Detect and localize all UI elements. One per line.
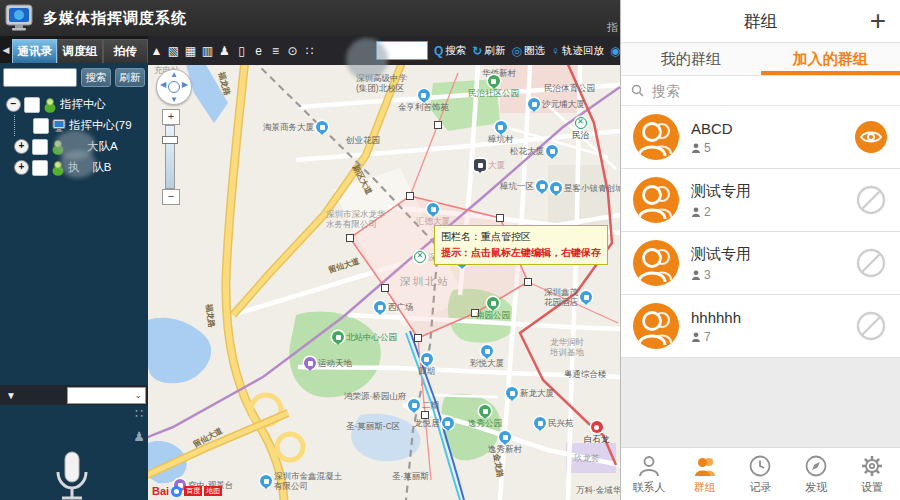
member-count: 5 — [704, 141, 711, 155]
browser-icon[interactable]: e — [250, 44, 267, 58]
location-pin-icon: ♀ — [551, 44, 560, 58]
member-count: 3 — [704, 268, 711, 282]
expand-down-icon[interactable]: ▼ — [6, 390, 16, 401]
map-label: 金亨利首饰苑 — [398, 89, 449, 112]
map-label: 粤通综合楼 — [564, 369, 607, 379]
zoom-in-button[interactable]: + — [162, 109, 180, 125]
collapse-node-icon[interactable]: − — [6, 97, 21, 112]
member-count: 7 — [704, 330, 711, 344]
tab-photo-upload[interactable]: 拍传 — [103, 39, 148, 63]
push-to-talk-mic[interactable] — [46, 450, 98, 500]
zoom-slider[interactable] — [165, 125, 175, 189]
tree-checkbox[interactable] — [32, 139, 48, 155]
zoom-out-button[interactable]: − — [162, 189, 180, 205]
group-list-item[interactable]: ABCD 5 — [621, 106, 900, 169]
sidebar-tabs: ◀ 通讯录 调度组 拍传 — [0, 36, 148, 63]
nav-groups[interactable]: 群组 — [677, 448, 733, 500]
add-group-button[interactable]: + — [870, 2, 886, 40]
map-canvas[interactable]: 充电站深圳高级中学(集团)北校区华侨新村民治体育公园沙元埔大厦金亨利首饰苑淘景商… — [148, 65, 620, 500]
blocked-icon[interactable] — [854, 246, 888, 280]
green-poi-marker-icon — [487, 297, 499, 309]
tree-checkbox[interactable] — [33, 118, 49, 134]
collapse-left-icon[interactable]: ◀ — [0, 36, 12, 63]
circle-select-button[interactable]: ◎ 圈选 — [511, 44, 544, 58]
map-label: 龙悦居 — [414, 417, 454, 429]
search-icon: Q — [434, 44, 443, 58]
grid-panel-icon[interactable]: ∷ — [133, 406, 145, 421]
map-label: 玖龙荟 — [574, 453, 600, 463]
map-label: 万科·金域华府 — [576, 485, 620, 495]
zoom-slider-thumb[interactable] — [162, 136, 178, 144]
group-search-input[interactable] — [650, 82, 890, 100]
blocked-icon[interactable] — [854, 183, 888, 217]
refresh-icon: ↻ — [472, 44, 482, 58]
groups-people-icon — [693, 454, 717, 478]
map-label: 民兴苑 — [534, 417, 574, 429]
map-label: 深圳市金鑫混凝土有限公司 — [260, 471, 342, 491]
sidebar-search-button[interactable]: 搜索 — [81, 68, 111, 87]
map-label: 圣·莫丽斯 — [392, 471, 429, 481]
map-refresh-button[interactable]: ↻ 刷新 — [472, 44, 505, 58]
phone-header: 群组 + — [621, 0, 900, 43]
blue-poi-marker-icon — [534, 417, 546, 429]
grid-icon[interactable]: ∷ — [301, 44, 318, 58]
map-label: 深圳市深水龙华水务有限公司 — [326, 209, 386, 229]
member-count: 2 — [704, 205, 711, 219]
tree-row[interactable]: − 指挥中心 — [0, 94, 148, 115]
tree-connector — [14, 115, 27, 136]
users-icon[interactable]: ♟ — [216, 44, 233, 58]
expand-node-icon[interactable]: + — [14, 160, 29, 175]
map-pan-control[interactable]: ▲▼◀▶ — [156, 69, 192, 105]
sidebar-search-input[interactable] — [3, 68, 77, 87]
nav-settings[interactable]: 设置 — [844, 448, 900, 500]
map-label: 樟坑一区 — [500, 180, 548, 192]
sliders-icon[interactable]: ≡ — [267, 44, 284, 58]
map-icon[interactable]: ▧ — [165, 44, 182, 58]
group-name: ABCD — [691, 120, 854, 137]
expand-node-icon[interactable]: + — [14, 139, 29, 154]
group-avatar-icon — [633, 177, 679, 223]
search-icon — [631, 84, 644, 97]
member-count-icon — [691, 270, 701, 280]
collapse-icon[interactable]: ▲ — [148, 44, 165, 58]
blue-poi-marker-icon — [418, 89, 430, 101]
tab-contacts[interactable]: 通讯录 — [12, 39, 57, 63]
nav-discover[interactable]: 发现 — [788, 448, 844, 500]
tab-my-groups[interactable]: 我的群组 — [621, 43, 761, 75]
blue-poi-marker-icon — [536, 180, 548, 192]
map-zoom-control[interactable]: + − — [162, 109, 178, 205]
panel-icon[interactable]: ▥ — [199, 44, 216, 58]
clock-icon — [748, 454, 772, 478]
sidebar-bottom-bar: ▼ ⌄ — [0, 385, 148, 405]
chat-icon[interactable]: ⊙ — [284, 44, 301, 58]
group-list-item[interactable]: 测试专用 3 — [621, 232, 900, 295]
group-list-item[interactable]: hhhhhh 7 — [621, 295, 900, 358]
fence-name-text: 围栏名：重点管控区 — [441, 230, 601, 244]
map-label: 松花大厦 — [510, 145, 558, 157]
track-playback-button[interactable]: ♀ 轨迹回放 — [551, 44, 604, 58]
map-label: 运动天地 — [304, 357, 352, 369]
nav-contacts[interactable]: 联系人 — [621, 448, 677, 500]
baidu-paw-icon — [171, 486, 182, 497]
group-list: ABCD 5 — [621, 106, 900, 358]
tree-checkbox[interactable] — [32, 160, 48, 176]
sidebar-refresh-button[interactable]: 刷新 — [115, 68, 145, 87]
group-list-item[interactable]: 测试专用 2 — [621, 169, 900, 232]
layers-icon[interactable]: ▦ — [182, 44, 199, 58]
tab-dispatch-group[interactable]: 调度组 — [57, 39, 102, 63]
blocked-icon[interactable] — [854, 309, 888, 343]
map-label: 深圳鑫茂花园酒店 — [544, 287, 592, 307]
nav-records[interactable]: 记录 — [733, 448, 789, 500]
mred-poi-marker-icon — [591, 421, 603, 433]
person-locate-icon[interactable]: ♟ — [133, 429, 145, 444]
channel-select[interactable]: ⌄ — [67, 387, 146, 404]
group-tabs: 我的群组 加入的群组 — [621, 43, 900, 76]
group-search-bar[interactable] — [621, 76, 900, 106]
clipboard-icon[interactable]: ▯ — [233, 44, 250, 58]
tree-checkbox[interactable] — [24, 97, 40, 113]
map-label: 龙华润时培训基地 — [550, 337, 584, 357]
clipped-toolbar-button[interactable]: ◉ 实 — [610, 44, 620, 58]
map-search-button[interactable]: Q 搜索 — [434, 44, 466, 58]
app-logo-monitor-icon — [5, 4, 35, 32]
watch-group-button-eye-icon[interactable] — [854, 120, 888, 154]
